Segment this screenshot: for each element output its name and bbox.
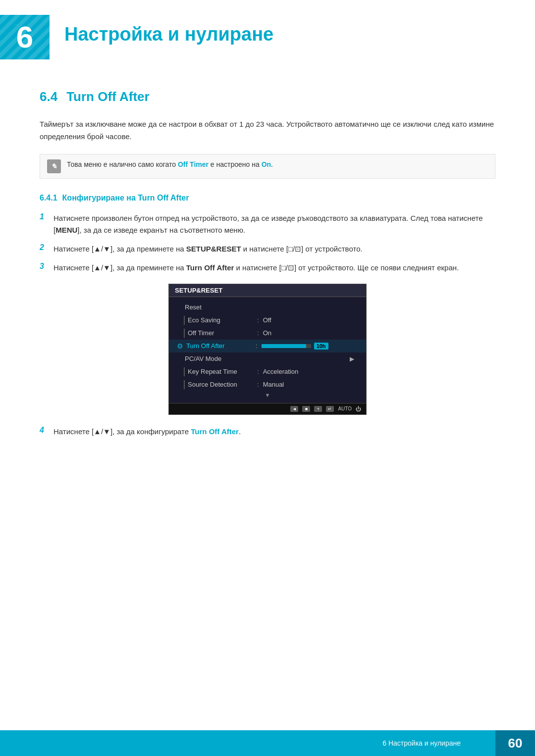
progress-bar-container: 10h xyxy=(262,343,328,350)
note-text-middle: е настроено на xyxy=(209,160,262,168)
menu-row-value-keyrepeat: Acceleration xyxy=(263,368,299,375)
step-text-4: Натиснете [▲/▼], за да конфигурирате Tur… xyxy=(54,426,241,438)
step-text-2: Натиснете [▲/▼], за да преминете на SETU… xyxy=(54,243,363,255)
step4-highlight: Turn Off After xyxy=(191,427,239,436)
menu-row-eco: Eco Saving : Off xyxy=(169,314,366,327)
toolbar-btn-3: + xyxy=(314,406,322,412)
menu-row-label-keyrepeat: Key Repeat Time xyxy=(188,368,257,375)
menu-down-arrow: ▼ xyxy=(169,391,366,399)
menu-vline-eco xyxy=(184,316,185,325)
step-number-1: 1 xyxy=(40,212,54,221)
menu-row-label-reset: Reset xyxy=(185,303,254,311)
menu-row-label-turnoffafter: Turn Off After xyxy=(186,342,256,350)
menu-colon-keyrepeat: : xyxy=(257,368,259,375)
toolbar-icon-1: ◄ xyxy=(290,406,298,412)
menu-row-label-pcav: PC/AV Mode xyxy=(185,355,254,362)
progress-bar-track xyxy=(262,344,311,348)
menu-screenshot: SETUP&RESET Reset Eco Saving : Off Off xyxy=(168,284,367,415)
steps-list: 1 Натиснете произволен бутон отпред на у… xyxy=(40,212,495,274)
chapter-number-block: 6 xyxy=(0,15,50,59)
chapter-number: 6 xyxy=(16,22,33,52)
note-highlight2: On xyxy=(262,160,271,168)
progress-value-badge: 10h xyxy=(314,343,328,350)
menu-colon-eco: : xyxy=(257,316,259,324)
note-highlight1: Off Timer xyxy=(178,160,209,168)
step-text-3: Натиснете [▲/▼], за да преминете на Turn… xyxy=(54,262,459,274)
section-title: Turn Off After xyxy=(66,89,150,104)
content-area: 6.4 Turn Off After Таймерът за изключван… xyxy=(0,69,535,464)
menu-vline-offtimer xyxy=(184,329,185,338)
menu-vline-keyrepeat xyxy=(184,367,185,376)
menu-title-bar: SETUP&RESET xyxy=(169,284,366,297)
toolbar-icon-3: + xyxy=(314,406,322,412)
footer-section-label: 6 Настройка и нулиране xyxy=(382,739,495,747)
gear-icon: ⚙ xyxy=(177,342,183,350)
menu-toolbar: ◄ ■ + ↵ AUTO ⏻ xyxy=(169,403,366,414)
intro-paragraph: Таймерът за изключване може да се настро… xyxy=(40,118,495,143)
menu-row-value-sourcedetect: Manual xyxy=(263,381,284,388)
step-number-2: 2 xyxy=(40,243,54,252)
menu-row-label-sourcedetect: Source Detection xyxy=(188,381,257,388)
step-number-3: 3 xyxy=(40,262,54,271)
step-item-1: 1 Натиснете произволен бутон отпред на у… xyxy=(40,212,495,236)
menu-row-arrow-pcav: ▶ xyxy=(350,355,354,362)
menu-row-label-offtimer: Off Timer xyxy=(188,329,257,337)
menu-screenshot-wrapper: SETUP&RESET Reset Eco Saving : Off Off xyxy=(40,284,495,415)
note-text: Това меню е налично само когато Off Time… xyxy=(67,159,273,170)
section-number: 6.4 xyxy=(40,89,57,104)
page-header: 6 Настройка и нулиране xyxy=(0,0,535,69)
menu-colon-sourcedetect: : xyxy=(257,381,259,388)
subsection-heading: 6.4.1 Конфигуриране на Turn Off After xyxy=(40,194,495,202)
menu-row-keyrepeat: Key Repeat Time : Acceleration xyxy=(169,365,366,378)
page-footer: 6 Настройка и нулиране 60 xyxy=(0,730,535,756)
note-box: ✎ Това меню е налично само когато Off Ti… xyxy=(40,154,495,179)
progress-bar-fill xyxy=(262,344,306,348)
menu-colon-offtimer: : xyxy=(257,329,259,337)
menu-row-turnoffafter: ⚙ Turn Off After : 10h xyxy=(169,340,366,353)
note-text-before: Това меню е налично само когато xyxy=(67,160,178,168)
step-item-2: 2 Натиснете [▲/▼], за да преминете на SE… xyxy=(40,243,495,255)
toolbar-icon-2: ■ xyxy=(302,406,310,412)
note-text-after: . xyxy=(271,160,273,168)
menu-row-value-offtimer: On xyxy=(263,329,271,337)
toolbar-auto-label: AUTO xyxy=(338,406,352,411)
step-number-4: 4 xyxy=(40,426,54,435)
menu-body: Reset Eco Saving : Off Off Timer : On xyxy=(169,297,366,403)
step4-text-after: . xyxy=(239,427,241,436)
menu-row-offtimer: Off Timer : On xyxy=(169,327,366,340)
step-item-4: 4 Натиснете [▲/▼], за да конфигурирате T… xyxy=(40,426,495,438)
step4-text-before: Натиснете [▲/▼], за да конфигурирате xyxy=(54,427,191,436)
menu-vline-sourcedetect xyxy=(184,380,185,389)
section-heading: 6.4 Turn Off After xyxy=(40,89,495,104)
menu-row-sourcedetect: Source Detection : Manual xyxy=(169,378,366,391)
toolbar-btn-2: ■ xyxy=(302,406,310,412)
step-text-1: Натиснете произволен бутон отпред на уст… xyxy=(54,212,495,236)
menu-colon-turnoffafter: : xyxy=(256,342,258,350)
step-item-3: 3 Натиснете [▲/▼], за да преминете на Tu… xyxy=(40,262,495,274)
note-icon: ✎ xyxy=(47,159,61,173)
menu-row-label-eco: Eco Saving xyxy=(188,316,257,324)
toolbar-icon-4: ↵ xyxy=(326,406,334,412)
toolbar-power-icon: ⏻ xyxy=(356,406,361,412)
subsection-title: Конфигуриране на Turn Off After xyxy=(62,194,189,202)
menu-row-pcav: PC/AV Mode ▶ xyxy=(169,353,366,365)
chapter-title: Настройка и нулиране xyxy=(50,15,273,45)
subsection-number: 6.4.1 xyxy=(40,194,57,202)
toolbar-btn-1: ◄ xyxy=(290,406,298,412)
footer-page-number: 60 xyxy=(508,736,523,751)
menu-row-value-eco: Off xyxy=(263,316,271,324)
footer-page-num-block: 60 xyxy=(495,730,535,756)
menu-row-reset: Reset xyxy=(169,301,366,314)
toolbar-btn-4: ↵ xyxy=(326,406,334,412)
